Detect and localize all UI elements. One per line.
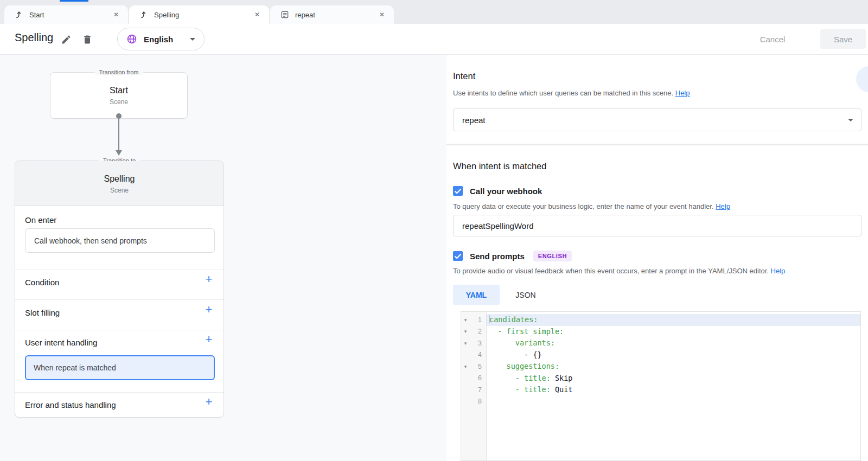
gutter-line: ▾3 — [461, 337, 486, 349]
webhook-description-text: To query data or execute your business l… — [453, 202, 714, 210]
gutter-line: ▾5 — [461, 361, 486, 373]
cancel-button[interactable]: Cancel — [751, 29, 794, 49]
tab-start[interactable]: Start — [4, 5, 128, 24]
yaml-key-token: candidates: — [489, 315, 538, 324]
code-line[interactable]: - first_simple: — [487, 326, 860, 338]
intent-heading: Intent — [453, 71, 475, 81]
tab-yaml[interactable]: YAML — [453, 285, 500, 305]
scene-card-header[interactable]: Spelling Scene — [15, 161, 224, 206]
intent-handler-item-selected[interactable]: When repeat is matched — [25, 355, 215, 380]
webhook-help-link[interactable]: Help — [716, 202, 730, 210]
edit-icon[interactable] — [61, 34, 72, 45]
actions-builder-app: Start Spelling repeat Spellin — [0, 0, 868, 461]
yaml-value-token: - {} — [489, 350, 542, 359]
divider — [15, 392, 224, 393]
divider — [15, 299, 224, 300]
code-line[interactable] — [487, 396, 860, 408]
tab-json[interactable]: JSON — [500, 285, 552, 305]
code-line[interactable]: - title: Quit — [487, 384, 860, 396]
loading-indicator-bar — [60, 0, 88, 2]
line-number: 8 — [470, 398, 486, 405]
tab-spelling[interactable]: Spelling — [129, 5, 269, 24]
user-intent-handling-label: User intent handling — [25, 338, 97, 347]
webhook-handler-input[interactable]: repeatSpellingWord — [453, 215, 861, 236]
intent-select-value: repeat — [462, 116, 486, 125]
fold-arrow-icon[interactable]: ▾ — [461, 364, 470, 369]
on-enter-handler-button[interactable]: Call webhook, then send prompts — [25, 228, 215, 253]
line-number: 7 — [470, 386, 486, 394]
condition-label: Condition — [25, 278, 59, 287]
on-enter-label: On enter — [25, 215, 56, 225]
tab-repeat[interactable]: repeat — [270, 5, 394, 24]
delete-icon[interactable] — [82, 34, 93, 45]
yaml-code-editor[interactable]: ▾1▾2▾34▾5678 candidates: - first_simple:… — [461, 311, 861, 461]
from-node-subtitle: Scene — [50, 98, 187, 106]
webhook-handler-value: repeatSpellingWord — [462, 221, 533, 230]
yaml-key-token: - title: — [489, 385, 555, 394]
add-error-handler-icon[interactable] — [203, 396, 215, 408]
gutter-line: 8 — [461, 396, 486, 408]
from-node-title: Start — [50, 86, 187, 95]
close-icon[interactable] — [376, 9, 387, 20]
chevron-down-icon — [190, 38, 195, 41]
intent-description: Use intents to define which user queries… — [453, 89, 690, 97]
transition-from-node[interactable]: Transition from Start Scene — [50, 72, 188, 119]
webhook-checkbox-row: Call your webhook — [453, 186, 542, 196]
code-line[interactable]: candidates: — [487, 314, 860, 326]
scene-icon — [14, 10, 24, 20]
to-node-title: Spelling — [15, 174, 224, 184]
prompts-help-link[interactable]: Help — [771, 267, 786, 275]
add-intent-handler-icon[interactable] — [203, 334, 215, 346]
close-icon[interactable] — [111, 9, 122, 20]
code-line[interactable]: suggestions: — [487, 361, 860, 373]
yaml-key-token: - title: — [489, 374, 555, 382]
language-badge: ENGLISH — [533, 251, 572, 261]
scroll-ghost-circle — [856, 66, 868, 92]
divider — [15, 270, 224, 270]
tab-label: Start — [29, 11, 105, 19]
gutter-line: ▾2 — [461, 326, 486, 338]
tab-label: repeat — [295, 11, 371, 19]
editor-code[interactable]: candidates: - first_simple: variants: - … — [487, 312, 860, 460]
intent-help-link[interactable]: Help — [675, 89, 690, 97]
yaml-key-token: suggestions: — [489, 362, 559, 370]
code-line[interactable]: - title: Skip — [487, 373, 860, 385]
code-line[interactable]: - {} — [487, 349, 860, 361]
line-number: 5 — [470, 363, 486, 370]
prompts-description: To provide audio or visual feedback when… — [453, 267, 785, 275]
chevron-down-icon — [848, 119, 853, 121]
webhook-description: To query data or execute your business l… — [453, 202, 730, 210]
globe-icon — [126, 34, 137, 44]
add-slot-icon[interactable] — [203, 304, 215, 316]
language-label: English — [144, 35, 190, 44]
fold-arrow-icon[interactable]: ▾ — [461, 317, 470, 323]
line-number: 1 — [470, 316, 486, 324]
intent-description-text: Use intents to define which user queries… — [453, 89, 673, 97]
close-icon[interactable] — [252, 9, 263, 20]
send-prompts-label: Send prompts — [470, 252, 525, 261]
gutter-line: ▾1 — [461, 314, 486, 326]
scene-icon — [139, 10, 149, 20]
fold-arrow-icon[interactable]: ▾ — [461, 341, 470, 346]
call-webhook-checkbox[interactable] — [453, 186, 463, 196]
line-number: 2 — [470, 328, 486, 335]
edge-origin-dot — [116, 113, 122, 119]
section-divider — [446, 144, 868, 145]
code-line[interactable]: variants: — [487, 337, 860, 349]
slot-filling-label: Slot filling — [25, 308, 60, 317]
gutter-line: 7 — [461, 384, 486, 396]
editor-gutter: ▾1▾2▾34▾5678 — [461, 312, 487, 460]
language-selector[interactable]: English — [117, 28, 205, 50]
transition-to-card: Transition to Spelling Scene On enter Ca… — [15, 161, 224, 418]
intent-select[interactable]: repeat — [453, 108, 861, 131]
page-title: Spelling — [15, 31, 53, 44]
send-prompts-checkbox[interactable] — [453, 251, 463, 261]
add-condition-icon[interactable] — [203, 274, 215, 286]
intent-icon — [280, 10, 290, 20]
tab-strip: Start Spelling repeat — [0, 0, 868, 24]
fold-arrow-icon[interactable]: ▾ — [461, 329, 470, 334]
call-webhook-label: Call your webhook — [470, 187, 542, 196]
save-button[interactable]: Save — [820, 29, 866, 49]
yaml-key-token: variants: — [489, 338, 555, 347]
line-number: 3 — [470, 340, 486, 347]
